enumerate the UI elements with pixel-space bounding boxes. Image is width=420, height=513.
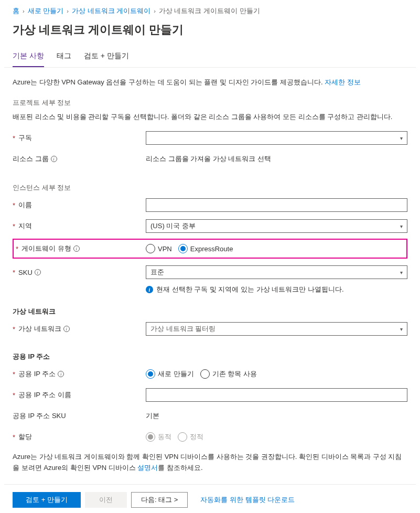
resourcegroup-row: 리소스 그룹 i 리소스 그룹을 가져올 가상 네트워크 선택 <box>13 151 407 167</box>
tab-tags[interactable]: 태그 <box>57 46 71 67</box>
required-indicator: * <box>13 134 15 142</box>
publicip-existing-label: 기존 항목 사용 <box>212 369 257 379</box>
radio-icon <box>146 244 155 253</box>
info-icon[interactable]: i <box>51 156 57 162</box>
vnet-placeholder: 가상 네트워크 필터링 <box>150 324 216 334</box>
publicip-row: * 공용 IP 주소 i 새로 만들기 기존 항목 사용 <box>13 366 407 382</box>
required-indicator: * <box>16 245 18 253</box>
gatewaytype-radiogroup: VPN ExpressRoute <box>146 244 404 253</box>
chevron-right-icon: › <box>67 8 69 14</box>
assignment-row: * 할당 동적 정적 <box>13 429 407 445</box>
devices-note-post: 를 참조하세요. <box>158 464 202 472</box>
chevron-down-icon: ▾ <box>400 223 403 229</box>
devices-note: Azure는 가상 네트워크 게이트웨이와 함께 확인된 VPN 디바이스를 사… <box>13 452 407 474</box>
instance-heading: 인스턴스 세부 정보 <box>13 183 407 193</box>
publicip-create-option[interactable]: 새로 만들기 <box>146 369 194 379</box>
page-title: 가상 네트워크 게이트웨이 만들기 <box>4 18 416 46</box>
subscription-row: * 구독 ▾ <box>13 130 407 146</box>
assignment-static-label: 정적 <box>190 432 203 442</box>
name-row: * 이름 <box>13 197 407 213</box>
project-heading: 프로젝트 세부 정보 <box>13 98 407 108</box>
publicip-radiogroup: 새로 만들기 기존 항목 사용 <box>146 369 407 379</box>
gatewaytype-label: 게이트웨이 유형 <box>21 244 71 253</box>
docs-link[interactable]: 설명서 <box>137 464 158 472</box>
publicip-heading: 공용 IP 주소 <box>13 352 407 361</box>
region-select[interactable]: (US) 미국 중부 ▾ <box>146 219 407 233</box>
devices-note-pre: Azure는 가상 네트워크 게이트웨이와 함께 확인된 VPN 디바이스를 사… <box>13 453 402 472</box>
required-indicator: * <box>13 370 15 378</box>
required-indicator: * <box>13 433 15 441</box>
gatewaytype-expressroute-option[interactable]: ExpressRoute <box>178 244 233 253</box>
publicip-create-label: 새로 만들기 <box>158 369 194 379</box>
download-template-link[interactable]: 자동화를 위한 템플릿 다운로드 <box>200 495 295 505</box>
next-button[interactable]: 다음: 태그 > <box>131 492 188 508</box>
assignment-dynamic-option: 동적 <box>146 432 171 442</box>
name-label: 이름 <box>18 200 32 210</box>
breadcrumb-current: 가상 네트워크 게이트웨이 만들기 <box>159 6 260 16</box>
assignment-radiogroup: 동적 정적 <box>146 432 407 442</box>
radio-icon <box>146 369 155 379</box>
learn-more-link[interactable]: 자세한 정보 <box>325 78 361 86</box>
vnet-info-banner: i 현재 선택한 구독 및 지역에 있는 가상 네트워크만 나열됩니다. <box>146 285 407 294</box>
sku-label: SKU <box>18 269 33 276</box>
required-indicator: * <box>13 269 15 276</box>
assignment-label: 할당 <box>18 432 32 442</box>
vnet-info-text: 현재 선택한 구독 및 지역에 있는 가상 네트워크만 나열됩니다. <box>156 285 344 294</box>
tab-bar: 기본 사항 태그 검토 + 만들기 <box>4 46 416 68</box>
sku-select[interactable]: 표준 ▾ <box>146 265 407 279</box>
publicip-name-input[interactable] <box>146 388 407 402</box>
publicip-sku-row: 공용 IP 주소 SKU 기본 <box>13 408 407 424</box>
info-icon[interactable]: i <box>35 269 41 275</box>
subscription-label: 구독 <box>18 133 32 143</box>
assignment-dynamic-label: 동적 <box>158 432 171 442</box>
chevron-right-icon: › <box>154 8 156 14</box>
radio-icon <box>178 244 188 253</box>
info-icon[interactable]: i <box>73 245 80 252</box>
review-create-button[interactable]: 검토 + 만들기 <box>13 492 81 508</box>
publicip-label: 공용 IP 주소 <box>18 369 56 379</box>
required-indicator: * <box>13 222 15 230</box>
info-icon[interactable]: i <box>63 326 70 332</box>
sku-value: 표준 <box>150 268 164 277</box>
name-input[interactable] <box>146 198 407 212</box>
region-value: (US) 미국 중부 <box>150 221 196 231</box>
intro-text: Azure는 다양한 VPN Gateway 옵션을 구성하는 데 도움이 되는… <box>13 77 407 88</box>
intro-copy: Azure는 다양한 VPN Gateway 옵션을 구성하는 데 도움이 되는… <box>13 78 325 86</box>
publicip-sku-value: 기본 <box>146 409 407 423</box>
vnet-select[interactable]: 가상 네트워크 필터링 ▾ <box>146 322 407 336</box>
region-label: 지역 <box>18 221 32 231</box>
gatewaytype-expressroute-label: ExpressRoute <box>190 245 233 253</box>
radio-icon <box>200 369 210 379</box>
publicip-existing-option[interactable]: 기존 항목 사용 <box>200 369 257 379</box>
required-indicator: * <box>13 391 15 399</box>
form-content: Azure는 다양한 VPN Gateway 옵션을 구성하는 데 도움이 되는… <box>4 77 416 474</box>
chevron-down-icon: ▾ <box>400 270 403 275</box>
tab-review[interactable]: 검토 + 만들기 <box>84 46 129 67</box>
breadcrumb: 홈 › 새로 만들기 › 가상 네트워크 게이트웨이 › 가상 네트워크 게이트… <box>4 4 416 18</box>
resourcegroup-label: 리소스 그룹 <box>13 154 49 164</box>
vnet-heading: 가상 네트워크 <box>13 307 407 316</box>
gatewaytype-vpn-option[interactable]: VPN <box>146 244 172 253</box>
gatewaytype-row-highlight: * 게이트웨이 유형 i VPN ExpressRoute <box>13 239 407 259</box>
chevron-down-icon: ▾ <box>400 326 403 332</box>
subscription-select[interactable]: ▾ <box>146 131 407 145</box>
tab-basics[interactable]: 기본 사항 <box>13 46 44 67</box>
publicip-name-row: * 공용 IP 주소 이름 <box>13 387 407 403</box>
region-row: * 지역 (US) 미국 중부 ▾ <box>13 218 407 234</box>
sku-row: * SKU i 표준 ▾ <box>13 264 407 281</box>
breadcrumb-home[interactable]: 홈 <box>13 6 19 16</box>
chevron-down-icon: ▾ <box>400 135 403 141</box>
breadcrumb-vng[interactable]: 가상 네트워크 게이트웨이 <box>72 6 150 16</box>
vnet-row: * 가상 네트워크 i 가상 네트워크 필터링 ▾ <box>13 320 407 337</box>
previous-button: 이전 <box>85 492 127 508</box>
footer-bar: 검토 + 만들기 이전 다음: 태그 > 자동화를 위한 템플릿 다운로드 <box>4 484 416 513</box>
info-icon: i <box>146 286 153 293</box>
gatewaytype-vpn-label: VPN <box>158 245 172 253</box>
assignment-static-option: 정적 <box>178 432 203 442</box>
info-icon[interactable]: i <box>58 371 64 377</box>
vnet-label: 가상 네트워크 <box>18 324 61 334</box>
breadcrumb-create[interactable]: 새로 만들기 <box>28 6 64 16</box>
radio-icon <box>146 432 155 442</box>
required-indicator: * <box>13 325 15 333</box>
resourcegroup-value: 리소스 그룹을 가져올 가상 네트워크 선택 <box>146 152 407 166</box>
